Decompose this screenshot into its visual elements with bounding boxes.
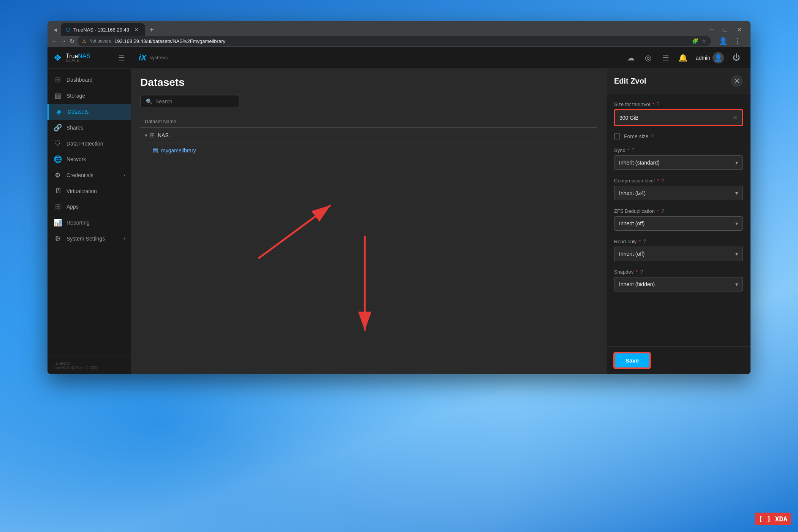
sidebar-item-dashboard[interactable]: ⊞ Dashboard — [48, 72, 131, 88]
panel-body: Size for this zvol * ? 300 GiB ✕ — [606, 93, 750, 346]
sync-chevron-icon: ▾ — [735, 160, 738, 166]
snapdev-label-text: Snapdev — [614, 269, 633, 275]
sidebar-item-datasets[interactable]: ◈ Datasets — [48, 104, 131, 120]
user-avatar: 👤 — [712, 52, 724, 63]
sync-help-icon[interactable]: ? — [632, 147, 635, 153]
maximize-button[interactable]: □ — [720, 24, 731, 35]
bookmark-icon[interactable]: ☆ — [701, 38, 706, 44]
snapdev-required-star: * — [636, 269, 638, 275]
system-settings-chevron-icon: › — [124, 236, 125, 241]
deduplication-field: ZFS Deduplication * ? Inherit (off) ▾ — [614, 208, 743, 231]
page-title: Datasets — [140, 76, 588, 89]
user-menu[interactable]: admin 👤 — [696, 52, 724, 63]
snapdev-field: Snapdev * ? Inherit (hidden) ▾ — [614, 269, 743, 291]
compression-help-icon[interactable]: ? — [661, 177, 664, 184]
readonly-value: Inherit (off) — [619, 251, 644, 257]
snapdev-value: Inherit (hidden) — [619, 281, 655, 287]
logo-text: TrueNAS SCALE — [66, 53, 90, 63]
truenas-logo-icon: ❖ — [54, 52, 62, 63]
reload-button[interactable]: ↻ — [70, 38, 74, 45]
storage-icon: ▤ — [54, 92, 62, 100]
sidebar-footer: TrueNAS TrueNAS-SCALE · © 2022 — [48, 356, 131, 374]
sidebar-label-system-settings: System Settings — [66, 236, 119, 242]
sidebar-item-shares[interactable]: 🔗 Shares — [48, 120, 131, 136]
compression-field: Compression level * ? Inherit (lz4) ▾ — [614, 177, 743, 200]
table-row[interactable]: ▾ ⊞ NAS — [140, 128, 597, 143]
snapdev-select[interactable]: Inherit (hidden) ▾ — [614, 277, 743, 291]
new-tab-button[interactable]: + — [146, 24, 157, 35]
compression-select[interactable]: Inherit (lz4) ▾ — [614, 186, 743, 200]
sidebar-item-system-settings[interactable]: ⚙ System Settings › — [48, 231, 131, 247]
force-size-help-icon[interactable]: ? — [651, 133, 654, 139]
alerts-icon[interactable]: 🔔 — [677, 51, 690, 64]
extensions-icon[interactable]: 🧩 — [692, 38, 698, 44]
close-button[interactable]: ✕ — [734, 24, 744, 35]
nas-name: NAS — [158, 132, 169, 138]
topbar-brand: iX systems — [139, 53, 168, 63]
sidebar-item-apps[interactable]: ⊞ Apps — [48, 199, 131, 215]
size-value: 300 GiB — [619, 115, 639, 121]
search-input[interactable] — [155, 98, 233, 104]
sidebar-item-reporting[interactable]: 📊 Reporting — [48, 215, 131, 231]
back-nav-button[interactable]: ← — [51, 38, 57, 44]
search-icon: 🔍 — [146, 98, 152, 104]
ix-logo: iX — [139, 53, 147, 63]
force-size-checkbox[interactable] — [614, 133, 620, 139]
cloud-icon[interactable]: ☁ — [624, 51, 637, 64]
hamburger-menu-button[interactable]: ☰ — [118, 53, 125, 62]
compression-value: Inherit (lz4) — [619, 190, 646, 196]
deduplication-select[interactable]: Inherit (off) ▾ — [614, 216, 743, 231]
readonly-help-icon[interactable]: ? — [643, 238, 646, 244]
force-size-label: Force size ? — [624, 133, 654, 139]
panel-header: Edit Zvol ✕ — [606, 69, 750, 93]
snapdev-help-icon[interactable]: ? — [640, 269, 643, 275]
deduplication-value: Inherit (off) — [619, 220, 644, 226]
browser-tab-active[interactable]: ⬡ TrueNAS · 192.168.29.43 ✕ — [61, 23, 145, 36]
tab-close-button[interactable]: ✕ — [133, 26, 140, 33]
row-name-nas: ▾ ⊞ NAS — [145, 131, 592, 139]
table-row[interactable]: ▤ mygamelibrary — [140, 143, 597, 158]
sidebar-item-data-protection[interactable]: 🛡 Data Protection — [48, 136, 131, 151]
table-header: Dataset Name — [140, 116, 597, 128]
minimize-button[interactable]: ─ — [706, 24, 717, 35]
deduplication-help-icon[interactable]: ? — [661, 208, 664, 214]
sidebar-item-credentials[interactable]: ⚙ Credentials › — [48, 167, 131, 183]
apps-icon: ⊞ — [54, 203, 62, 211]
sync-select[interactable]: Inherit (standard) ▾ — [614, 155, 743, 170]
forward-nav-button[interactable]: → — [60, 38, 66, 44]
page-header: Datasets — [140, 76, 597, 95]
size-field: Size for this zvol * ? 300 GiB ✕ — [614, 101, 743, 126]
truenas-app: ❖ TrueNAS SCALE ☰ ⊞ Dashboard ▤ Sto — [48, 47, 750, 374]
address-input-container[interactable]: ⚠ Not secure 192.168.29.43/ui/datasets/N… — [78, 36, 711, 46]
truecommand-icon[interactable]: ◎ — [642, 51, 655, 64]
directory-services-icon[interactable]: ☰ — [659, 51, 672, 64]
browser-menu-icon[interactable]: ⋮ — [732, 35, 744, 47]
edit-zvol-panel: Edit Zvol ✕ Size for this zvol * ? — [606, 69, 750, 374]
sidebar-item-virtualization[interactable]: 🖥 Virtualization — [48, 183, 131, 199]
shares-icon: 🔗 — [54, 124, 62, 132]
dataset-table: Dataset Name ▾ ⊞ NAS — [140, 116, 597, 158]
search-bar[interactable]: 🔍 — [140, 95, 239, 108]
deduplication-label-text: ZFS Deduplication — [614, 208, 655, 214]
save-button[interactable]: Save — [614, 353, 650, 368]
tab-back-button[interactable]: ◂ — [51, 25, 60, 34]
sync-field: Sync * ? Inherit (standard) ▾ — [614, 147, 743, 170]
size-input[interactable]: 300 GiB ✕ — [614, 109, 743, 126]
expand-icon[interactable]: ▾ — [145, 132, 147, 138]
size-label-text: Size for this zvol — [614, 101, 650, 107]
url-display[interactable]: 192.168.29.43/ui/datasets/NAS%2Fmygameli… — [114, 38, 689, 44]
sidebar-item-network[interactable]: 🌐 Network — [48, 151, 131, 167]
browser-chrome: ◂ ⬡ TrueNAS · 192.168.29.43 ✕ + ─ □ ✕ ← … — [48, 21, 750, 47]
sidebar-item-storage[interactable]: ▤ Storage — [48, 88, 131, 104]
readonly-select[interactable]: Inherit (off) ▾ — [614, 247, 743, 261]
power-button[interactable]: ⏻ — [730, 51, 743, 64]
size-clear-button[interactable]: ✕ — [733, 114, 738, 121]
profile-icon[interactable]: 👤 — [717, 35, 729, 47]
panel-close-button[interactable]: ✕ — [731, 75, 743, 87]
size-help-icon[interactable]: ? — [657, 101, 660, 107]
row-name-mygamelibrary: ▤ mygamelibrary — [152, 147, 592, 154]
compression-required-star: * — [657, 178, 659, 184]
username-text: admin — [696, 55, 710, 61]
column-header-name: Dataset Name — [145, 119, 176, 124]
tab-favicon: ⬡ — [66, 27, 70, 33]
